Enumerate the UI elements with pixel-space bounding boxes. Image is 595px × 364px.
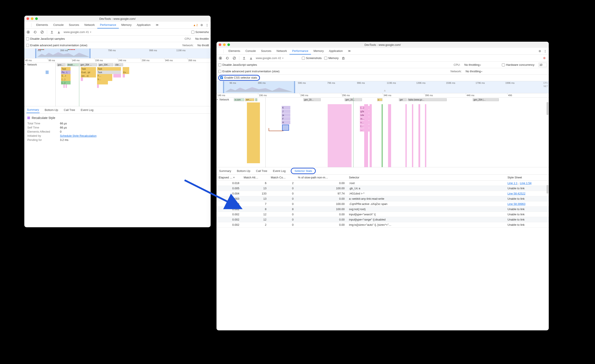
minimap[interactable]: ms 398 ms 798 ms 998 ms 1198 ms bbox=[24, 49, 211, 58]
memory-checkbox[interactable]: Memory bbox=[324, 56, 339, 60]
flame-cell[interactable]: F bbox=[282, 117, 290, 120]
flame-block[interactable] bbox=[247, 102, 260, 163]
flame-cell[interactable]: Ev… bbox=[123, 70, 129, 74]
titlebar[interactable]: DevTools - www.google.com/ bbox=[217, 42, 549, 48]
timeline-ruler[interactable]: 146 ms 196 ms 246 ms 296 ms 346 ms 396 m… bbox=[217, 93, 549, 98]
settings-icon[interactable]: ⚙ bbox=[542, 56, 547, 60]
flame-cell[interactable] bbox=[64, 84, 65, 88]
minimap-handle-left[interactable] bbox=[223, 81, 224, 93]
tab-application[interactable]: Application bbox=[326, 48, 346, 55]
device-toggle-icon[interactable] bbox=[28, 24, 30, 26]
flame-cell[interactable]: H bbox=[282, 121, 290, 124]
net-item[interactable]: gen_204… bbox=[98, 63, 113, 66]
tab-network[interactable]: Network bbox=[274, 48, 290, 55]
dtab-bottomup[interactable]: Bottom-Up bbox=[44, 107, 59, 113]
network-track[interactable]: Network goo… deskt… gen_204 … gen_204… c… bbox=[24, 63, 211, 67]
flame-cell[interactable]: Task bbox=[81, 67, 96, 70]
tab-performance[interactable]: Performance bbox=[290, 48, 311, 55]
net-item[interactable]: e.com bbox=[234, 98, 244, 101]
flame-cell[interactable]: Task bbox=[97, 70, 121, 74]
warnings-badge[interactable]: ▲ 2 bbox=[192, 23, 199, 27]
tab-console[interactable]: Console bbox=[51, 22, 66, 28]
flame-cell[interactable]: Eval…ipt bbox=[81, 70, 96, 74]
tab-performance[interactable]: Performance bbox=[97, 22, 119, 28]
flame-block[interactable] bbox=[388, 104, 391, 167]
dtab-selector-stats[interactable]: Selector Stats bbox=[291, 168, 316, 174]
flame-cell[interactable]: … bbox=[360, 128, 370, 132]
table-row[interactable]: 0.0021200.00input[type="range" i]:disabl… bbox=[217, 217, 549, 222]
col-elapsed[interactable]: Elapsed … bbox=[217, 175, 241, 181]
device-toggle-icon[interactable] bbox=[220, 50, 223, 52]
table-row[interactable]: 0.0021200.00input[type="search" i]Unable… bbox=[217, 212, 549, 217]
flame-chart[interactable]: Network e.com m=… gen_20… gen_20… c ger … bbox=[217, 98, 549, 167]
hc-checkbox[interactable]: Hardware concurrency bbox=[502, 63, 534, 66]
flame-block[interactable] bbox=[412, 104, 413, 167]
minimap-handle-right[interactable] bbox=[294, 81, 295, 93]
dtab-calltree[interactable]: Call Tree bbox=[64, 107, 76, 113]
minimap-handle-right[interactable] bbox=[89, 49, 91, 58]
table-row[interactable]: 0.00288100.00svg:not(:root)Unable to lin… bbox=[217, 207, 549, 212]
minimap-handle-left[interactable] bbox=[35, 49, 36, 58]
flame-cell[interactable]: F… bbox=[97, 74, 112, 77]
dtab-summary[interactable]: Summary bbox=[219, 168, 232, 174]
col-match-attempts[interactable]: Match Att… bbox=[241, 175, 269, 181]
stylesheet-link[interactable]: Line 1:1 bbox=[508, 182, 517, 185]
record-icon[interactable] bbox=[26, 30, 30, 34]
net-item[interactable]: ger bbox=[399, 98, 407, 101]
flame-block[interactable] bbox=[418, 104, 420, 167]
dtab-calltree[interactable]: Call Tree bbox=[255, 168, 268, 174]
net-item[interactable]: goo… bbox=[57, 63, 66, 66]
stylesheet-link[interactable]: Line 58:39963 bbox=[508, 202, 525, 206]
table-row[interactable]: 0.018620.00:rootLine 1:1 , Line 1:54 bbox=[217, 181, 549, 186]
table-row[interactable]: 0.004133097.74.HG1dvd > *Line 58:42522 bbox=[217, 191, 549, 196]
upload-icon[interactable] bbox=[242, 56, 246, 60]
flame-cell[interactable]: gJa bbox=[360, 110, 370, 113]
col-match-count[interactable]: Match Co… bbox=[269, 175, 296, 181]
flame-cell[interactable]: Pa…L bbox=[61, 70, 71, 74]
network-value[interactable]: No throttl bbox=[197, 44, 209, 47]
net-item[interactable]: clie… bbox=[114, 63, 123, 66]
paint-instr-checkbox[interactable]: Enable advanced paint instrumentation (s… bbox=[26, 44, 87, 47]
flame-cell[interactable]: sJa bbox=[360, 113, 370, 117]
col-selector[interactable]: Selector bbox=[347, 175, 505, 181]
flame-cell[interactable] bbox=[81, 77, 83, 81]
tabs-overflow-icon[interactable]: ≫ bbox=[153, 22, 161, 28]
flame-cell[interactable] bbox=[123, 74, 125, 77]
inspect-icon[interactable] bbox=[25, 24, 28, 26]
overflow-menu-icon[interactable]: ⋮ bbox=[204, 23, 210, 27]
timeline-ruler[interactable]: 48 ms 98 ms 148 ms 198 ms 248 ms 298 ms … bbox=[24, 58, 211, 63]
tab-memory[interactable]: Memory bbox=[311, 48, 326, 55]
scrollbar[interactable] bbox=[546, 185, 548, 194]
tab-network[interactable]: Network bbox=[82, 22, 98, 28]
gc-icon[interactable] bbox=[341, 56, 346, 60]
flame-cell[interactable] bbox=[66, 84, 67, 88]
network-value[interactable]: No throttling bbox=[466, 70, 482, 73]
net-item[interactable]: hpba (www.go… bbox=[408, 98, 447, 101]
table-row[interactable]: 0.002200.00img:is([sizes="auto" i], [siz… bbox=[217, 222, 549, 227]
table-row[interactable]: 0.00370100.00.CqmPRe:active .oXqZxc span… bbox=[217, 201, 549, 207]
flame-cell[interactable]: K bbox=[282, 106, 290, 109]
flame-cell[interactable] bbox=[97, 81, 108, 84]
table-row[interactable]: 0.0031300.00a:-webkit-any-link:read-writ… bbox=[217, 196, 549, 201]
reload-icon[interactable] bbox=[33, 30, 37, 34]
clear-icon[interactable] bbox=[40, 30, 44, 34]
net-item[interactable]: gen_204 (… bbox=[473, 98, 499, 101]
table-row[interactable]: 0.005130100.00.gb_Uc aUnable to link bbox=[217, 186, 549, 191]
flame-cell[interactable]: (an…s) bbox=[81, 74, 96, 77]
net-item[interactable]: gen_20… bbox=[303, 98, 321, 101]
flame-cell[interactable]: Task bbox=[97, 67, 121, 70]
dtab-eventlog[interactable]: Event Log bbox=[273, 168, 286, 174]
recording-select[interactable]: www.google.com #2 bbox=[256, 56, 299, 60]
tab-sources[interactable]: Sources bbox=[66, 22, 82, 28]
tab-console[interactable]: Console bbox=[243, 48, 258, 55]
flame-cell[interactable]: E…t bbox=[61, 74, 71, 77]
net-item[interactable] bbox=[255, 98, 257, 101]
tab-memory[interactable]: Memory bbox=[119, 22, 134, 28]
scrollbar[interactable] bbox=[546, 102, 548, 115]
flame-block[interactable] bbox=[425, 104, 426, 167]
screenshots-checkbox[interactable]: Screenshots bbox=[302, 56, 322, 60]
tab-application[interactable]: Application bbox=[134, 22, 153, 28]
flame-cell[interactable]: ja bbox=[282, 113, 290, 117]
flame-cell[interactable]: Task bbox=[61, 67, 71, 70]
settings-icon[interactable]: ⚙ bbox=[537, 49, 542, 53]
